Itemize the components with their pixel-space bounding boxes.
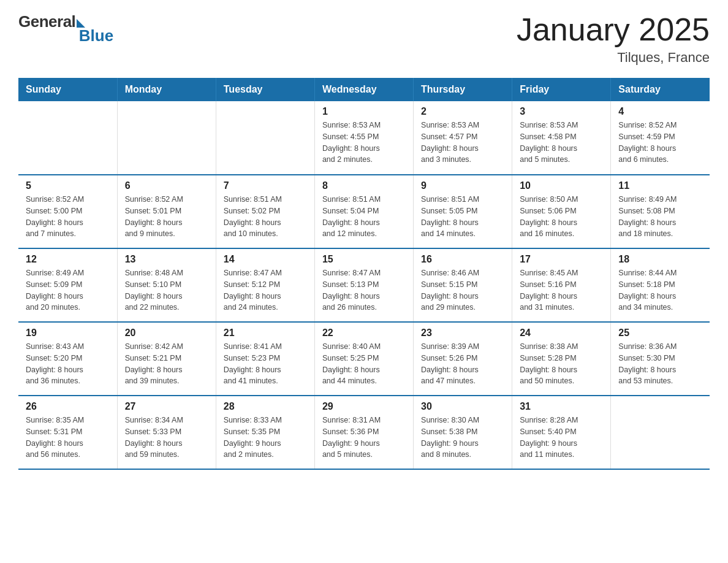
- day-info: Sunrise: 8:49 AM Sunset: 5:08 PM Dayligh…: [618, 194, 702, 240]
- day-info: Sunrise: 8:51 AM Sunset: 5:04 PM Dayligh…: [322, 194, 406, 240]
- day-number: 17: [520, 254, 603, 265]
- calendar-cell: 28Sunrise: 8:33 AM Sunset: 5:35 PM Dayli…: [216, 396, 314, 469]
- day-info: Sunrise: 8:38 AM Sunset: 5:28 PM Dayligh…: [520, 341, 603, 387]
- calendar-week-row: 19Sunrise: 8:43 AM Sunset: 5:20 PM Dayli…: [18, 322, 710, 396]
- column-header-sunday: Sunday: [18, 78, 117, 101]
- column-header-thursday: Thursday: [414, 78, 512, 101]
- day-number: 14: [224, 254, 307, 265]
- calendar-cell: 2Sunrise: 8:53 AM Sunset: 4:57 PM Daylig…: [414, 101, 512, 175]
- day-number: 21: [224, 327, 307, 339]
- day-number: 10: [520, 180, 603, 191]
- calendar-week-row: 12Sunrise: 8:49 AM Sunset: 5:09 PM Dayli…: [18, 248, 710, 322]
- calendar-header-row: SundayMondayTuesdayWednesdayThursdayFrid…: [18, 78, 710, 101]
- day-number: 9: [421, 180, 504, 191]
- page-header: General General Blue January 2025 Tilque…: [18, 12, 710, 66]
- calendar-cell: 15Sunrise: 8:47 AM Sunset: 5:13 PM Dayli…: [314, 248, 413, 322]
- day-info: Sunrise: 8:47 AM Sunset: 5:12 PM Dayligh…: [224, 267, 307, 313]
- day-number: 19: [26, 327, 110, 339]
- location-label: Tilques, France: [517, 50, 710, 66]
- day-info: Sunrise: 8:30 AM Sunset: 5:38 PM Dayligh…: [421, 415, 504, 461]
- calendar-cell: 29Sunrise: 8:31 AM Sunset: 5:36 PM Dayli…: [314, 396, 413, 469]
- calendar-cell: 26Sunrise: 8:35 AM Sunset: 5:31 PM Dayli…: [18, 396, 117, 469]
- column-header-saturday: Saturday: [611, 78, 710, 101]
- calendar-cell: 30Sunrise: 8:30 AM Sunset: 5:38 PM Dayli…: [414, 396, 512, 469]
- calendar-cell: 21Sunrise: 8:41 AM Sunset: 5:23 PM Dayli…: [216, 322, 314, 396]
- calendar-cell: 12Sunrise: 8:49 AM Sunset: 5:09 PM Dayli…: [18, 248, 117, 322]
- calendar-cell: 17Sunrise: 8:45 AM Sunset: 5:16 PM Dayli…: [512, 248, 611, 322]
- title-section: January 2025 Tilques, France: [517, 12, 710, 66]
- day-info: Sunrise: 8:36 AM Sunset: 5:30 PM Dayligh…: [618, 341, 702, 387]
- day-info: Sunrise: 8:53 AM Sunset: 4:58 PM Dayligh…: [520, 120, 603, 166]
- day-number: 15: [322, 254, 406, 265]
- day-number: 26: [26, 401, 110, 412]
- day-info: Sunrise: 8:35 AM Sunset: 5:31 PM Dayligh…: [26, 415, 110, 461]
- day-info: Sunrise: 8:34 AM Sunset: 5:33 PM Dayligh…: [125, 415, 208, 461]
- day-number: 22: [322, 327, 406, 339]
- column-header-friday: Friday: [512, 78, 611, 101]
- day-info: Sunrise: 8:46 AM Sunset: 5:15 PM Dayligh…: [421, 267, 504, 313]
- day-number: 8: [322, 180, 406, 191]
- day-number: 18: [618, 254, 702, 265]
- day-number: 29: [322, 401, 406, 412]
- calendar-cell: 22Sunrise: 8:40 AM Sunset: 5:25 PM Dayli…: [314, 322, 413, 396]
- day-number: 2: [421, 106, 504, 117]
- calendar-cell: [18, 101, 117, 175]
- day-info: Sunrise: 8:43 AM Sunset: 5:20 PM Dayligh…: [26, 341, 110, 387]
- day-info: Sunrise: 8:53 AM Sunset: 4:57 PM Dayligh…: [421, 120, 504, 166]
- calendar-cell: 1Sunrise: 8:53 AM Sunset: 4:55 PM Daylig…: [314, 101, 413, 175]
- day-info: Sunrise: 8:28 AM Sunset: 5:40 PM Dayligh…: [520, 415, 603, 461]
- day-info: Sunrise: 8:52 AM Sunset: 4:59 PM Dayligh…: [618, 120, 702, 166]
- day-number: 30: [421, 401, 504, 412]
- calendar-cell: 18Sunrise: 8:44 AM Sunset: 5:18 PM Dayli…: [611, 248, 710, 322]
- day-info: Sunrise: 8:48 AM Sunset: 5:10 PM Dayligh…: [125, 267, 208, 313]
- day-info: Sunrise: 8:33 AM Sunset: 5:35 PM Dayligh…: [224, 415, 307, 461]
- day-info: Sunrise: 8:53 AM Sunset: 4:55 PM Dayligh…: [322, 120, 406, 166]
- column-header-monday: Monday: [117, 78, 216, 101]
- day-number: 13: [125, 254, 208, 265]
- day-number: 6: [125, 180, 208, 191]
- day-info: Sunrise: 8:52 AM Sunset: 5:00 PM Dayligh…: [26, 194, 110, 240]
- day-info: Sunrise: 8:41 AM Sunset: 5:23 PM Dayligh…: [224, 341, 307, 387]
- calendar-cell: 11Sunrise: 8:49 AM Sunset: 5:08 PM Dayli…: [611, 175, 710, 248]
- calendar-cell: 5Sunrise: 8:52 AM Sunset: 5:00 PM Daylig…: [18, 175, 117, 248]
- day-info: Sunrise: 8:44 AM Sunset: 5:18 PM Dayligh…: [618, 267, 702, 313]
- day-info: Sunrise: 8:52 AM Sunset: 5:01 PM Dayligh…: [125, 194, 208, 240]
- calendar-cell: 31Sunrise: 8:28 AM Sunset: 5:40 PM Dayli…: [512, 396, 611, 469]
- calendar-cell: [216, 101, 314, 175]
- calendar-cell: 8Sunrise: 8:51 AM Sunset: 5:04 PM Daylig…: [314, 175, 413, 248]
- calendar-cell: 3Sunrise: 8:53 AM Sunset: 4:58 PM Daylig…: [512, 101, 611, 175]
- day-number: 5: [26, 180, 110, 191]
- day-number: 4: [618, 106, 702, 117]
- day-number: 3: [520, 106, 603, 117]
- calendar-cell: [611, 396, 710, 469]
- day-number: 1: [322, 106, 406, 117]
- day-info: Sunrise: 8:40 AM Sunset: 5:25 PM Dayligh…: [322, 341, 406, 387]
- day-number: 23: [421, 327, 504, 339]
- calendar-table: SundayMondayTuesdayWednesdayThursdayFrid…: [18, 78, 710, 470]
- day-number: 16: [421, 254, 504, 265]
- day-info: Sunrise: 8:51 AM Sunset: 5:02 PM Dayligh…: [224, 194, 307, 240]
- day-info: Sunrise: 8:42 AM Sunset: 5:21 PM Dayligh…: [125, 341, 208, 387]
- calendar-cell: 24Sunrise: 8:38 AM Sunset: 5:28 PM Dayli…: [512, 322, 611, 396]
- column-header-tuesday: Tuesday: [216, 78, 314, 101]
- day-number: 25: [618, 327, 702, 339]
- day-number: 24: [520, 327, 603, 339]
- day-number: 7: [224, 180, 307, 191]
- calendar-cell: [117, 101, 216, 175]
- column-header-wednesday: Wednesday: [314, 78, 413, 101]
- calendar-cell: 7Sunrise: 8:51 AM Sunset: 5:02 PM Daylig…: [216, 175, 314, 248]
- day-number: 11: [618, 180, 702, 191]
- calendar-cell: 4Sunrise: 8:52 AM Sunset: 4:59 PM Daylig…: [611, 101, 710, 175]
- logo: General General Blue: [18, 12, 113, 47]
- day-info: Sunrise: 8:39 AM Sunset: 5:26 PM Dayligh…: [421, 341, 504, 387]
- calendar-cell: 9Sunrise: 8:51 AM Sunset: 5:05 PM Daylig…: [414, 175, 512, 248]
- calendar-cell: 16Sunrise: 8:46 AM Sunset: 5:15 PM Dayli…: [414, 248, 512, 322]
- day-info: Sunrise: 8:45 AM Sunset: 5:16 PM Dayligh…: [520, 267, 603, 313]
- logo-blue-text: Blue: [78, 26, 113, 45]
- calendar-cell: 13Sunrise: 8:48 AM Sunset: 5:10 PM Dayli…: [117, 248, 216, 322]
- calendar-week-row: 1Sunrise: 8:53 AM Sunset: 4:55 PM Daylig…: [18, 101, 710, 175]
- calendar-cell: 25Sunrise: 8:36 AM Sunset: 5:30 PM Dayli…: [611, 322, 710, 396]
- day-info: Sunrise: 8:51 AM Sunset: 5:05 PM Dayligh…: [421, 194, 504, 240]
- calendar-cell: 19Sunrise: 8:43 AM Sunset: 5:20 PM Dayli…: [18, 322, 117, 396]
- calendar-cell: 14Sunrise: 8:47 AM Sunset: 5:12 PM Dayli…: [216, 248, 314, 322]
